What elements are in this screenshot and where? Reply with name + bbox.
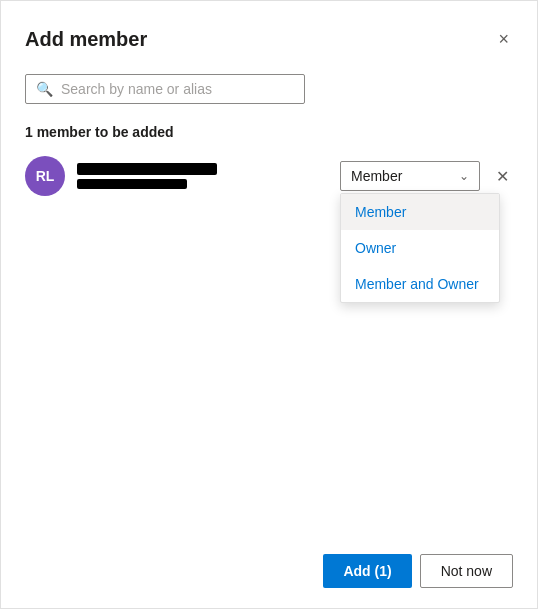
dropdown-item-member-and-owner[interactable]: Member and Owner (341, 266, 499, 302)
dialog-header: Add member × (25, 25, 513, 54)
member-info (77, 163, 328, 189)
dropdown-item-owner[interactable]: Owner (341, 230, 499, 266)
role-select[interactable]: Member ⌄ (340, 161, 480, 191)
add-member-dialog: Add member × 🔍 1 member to be added RL M… (0, 0, 538, 609)
remove-icon: ✕ (496, 167, 509, 186)
dialog-title: Add member (25, 28, 147, 51)
members-count-label: 1 member to be added (25, 124, 513, 140)
role-select-value: Member (351, 168, 402, 184)
role-select-wrapper: Member ⌄ Member Owner Member and Owner (340, 161, 480, 191)
close-icon: × (498, 29, 509, 50)
role-dropdown-menu: Member Owner Member and Owner (340, 193, 500, 303)
remove-member-button[interactable]: ✕ (492, 163, 513, 190)
member-row: RL Member ⌄ Member Owner Member and Owne… (25, 156, 513, 196)
search-icon: 🔍 (36, 81, 53, 97)
close-button[interactable]: × (494, 25, 513, 54)
not-now-button[interactable]: Not now (420, 554, 513, 588)
dropdown-item-member[interactable]: Member (341, 194, 499, 230)
search-box[interactable]: 🔍 (25, 74, 305, 104)
search-input[interactable] (61, 81, 294, 97)
member-detail-redacted (77, 179, 187, 189)
avatar: RL (25, 156, 65, 196)
dialog-footer: Add (1) Not now (25, 538, 513, 588)
add-button[interactable]: Add (1) (323, 554, 411, 588)
member-name-redacted (77, 163, 217, 175)
chevron-down-icon: ⌄ (459, 169, 469, 183)
